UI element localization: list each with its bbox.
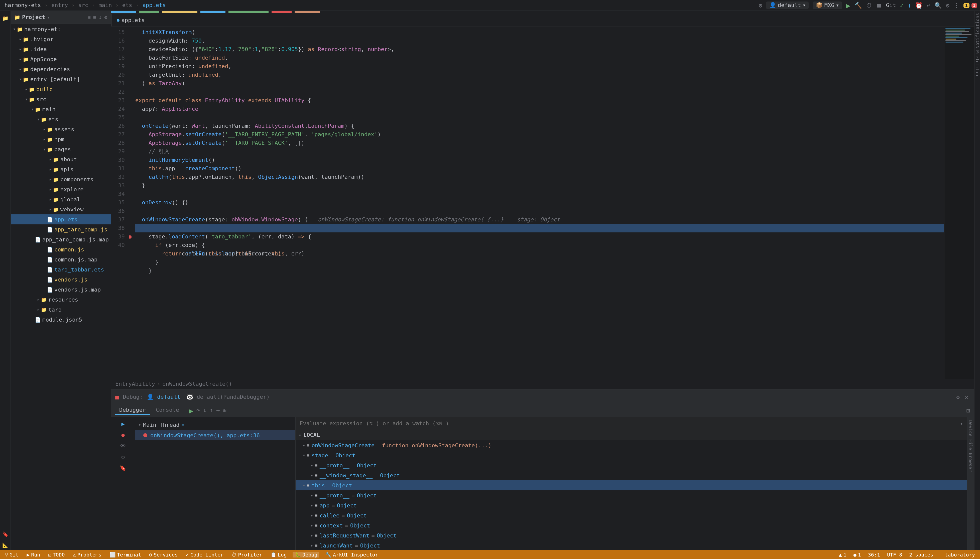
status-problems[interactable]: ⚠ Problems — [71, 552, 103, 557]
stop-icon[interactable]: ⏹ — [876, 2, 882, 9]
status-run[interactable]: ▶ Run — [25, 552, 42, 557]
tree-item-npm[interactable]: ▸ 📁 npm — [11, 134, 111, 144]
profile-icon[interactable]: ⏱ — [866, 2, 872, 9]
git-push-icon[interactable]: ↑ — [907, 2, 911, 9]
status-todo[interactable]: ☑ TODO — [46, 552, 67, 557]
tree-item-idea[interactable]: ▸ 📁 .idea — [11, 44, 111, 54]
tree-item-hvigor[interactable]: ▸ 📁 .hvigor — [11, 34, 111, 44]
tree-item-vendors-js[interactable]: ▸ 📄 vendors.js — [11, 275, 111, 284]
tree-item-assets[interactable]: ▸ 📁 assets — [11, 124, 111, 134]
run-config[interactable]: 👤 default ▾ — [766, 2, 809, 9]
debug-panda-profile[interactable]: 🐼 default(PandaDebugger) — [186, 394, 270, 400]
tree-item-apis[interactable]: ▸ 📁 apis — [11, 164, 111, 174]
topbar-file[interactable]: app.ets — [141, 2, 167, 8]
debug-left-settings2[interactable]: ⚙ — [119, 452, 127, 461]
build-icon[interactable]: 🔨 — [854, 2, 862, 9]
debug-evaluate-btn[interactable]: ⊞ — [223, 407, 226, 415]
status-indent[interactable]: 2 spaces — [907, 552, 935, 557]
var-this-proto[interactable]: ▸ ≡ __proto__ = Object — [296, 490, 967, 500]
status-errors[interactable]: ● 1 — [851, 552, 863, 557]
error-count[interactable]: 1 — [971, 3, 977, 8]
tree-item-global[interactable]: ▸ 📁 global — [11, 194, 111, 204]
debug-stepinto-btn[interactable]: ↓ — [203, 407, 207, 415]
status-git[interactable]: ⑂ Git — [3, 552, 20, 557]
status-position[interactable]: 36:1 — [866, 552, 882, 557]
debug-left-watch[interactable]: 👁 — [119, 441, 127, 450]
settings-icon[interactable]: ⚙ — [758, 2, 762, 9]
status-terminal[interactable]: ⬜ Terminal — [108, 552, 143, 557]
structure-icon[interactable]: 📐 — [0, 540, 10, 550]
tree-item-dependencies[interactable]: ▸ 📁 dependencies — [11, 64, 111, 74]
status-arkui[interactable]: 🔧 ArkUI Inspector — [323, 552, 380, 557]
panel-action-collapse[interactable]: ≡ — [93, 14, 97, 20]
status-debug[interactable]: 🐛 Debug — [293, 552, 319, 557]
var-onwindowstagecreate[interactable]: ▸ ≡ onWindowStageCreate = function onWin… — [296, 440, 967, 450]
console-tab[interactable]: Console — [152, 406, 183, 415]
status-services[interactable]: ⚙ Services — [147, 552, 180, 557]
var-this-app[interactable]: ▸ ≡ app = Object — [296, 500, 967, 510]
search-icon[interactable]: 🔍 — [934, 2, 942, 9]
var-this[interactable]: ▾ ≡ this = Object — [296, 480, 967, 490]
var-this-context[interactable]: ▸ ≡ context = Object — [296, 521, 967, 531]
tree-item-main[interactable]: ▾ 📁 main — [11, 104, 111, 114]
topbar-src[interactable]: src — [77, 2, 90, 8]
var-this-launchwant[interactable]: ▸ ≡ launchWant = Object — [296, 541, 967, 550]
panel-action-sort[interactable]: ↕ — [98, 14, 102, 20]
run-button[interactable]: ▶ — [846, 1, 851, 9]
debug-settings-btn[interactable]: ⚙ — [955, 393, 961, 401]
tree-item-webview[interactable]: ▸ 📁 webview — [11, 204, 111, 214]
warning-count[interactable]: 1 — [963, 3, 969, 8]
debug-stepover-btn[interactable]: ↷ — [196, 407, 200, 415]
git-label[interactable]: Git — [886, 2, 896, 8]
code-editor[interactable]: initXXTransform( designWidth: 750, devic… — [129, 27, 944, 379]
debug-expand-btn[interactable]: ⊡ — [967, 407, 970, 414]
breadcrumb-method[interactable]: onWindowStageCreate() — [162, 381, 232, 387]
module-selector[interactable]: 📦 MXG ▾ — [813, 2, 842, 9]
tree-item-taro-tabbar-ets[interactable]: ▸ 📄 taro_tabbar.ets — [11, 265, 111, 275]
history-icon[interactable]: ⏰ — [915, 2, 923, 9]
settings2-icon[interactable]: ⚙ — [946, 2, 949, 9]
debug-left-bookmark[interactable]: 🔖 — [119, 463, 127, 472]
local-section-header[interactable]: ▾ LOCAL — [296, 430, 967, 440]
debug-resume-btn[interactable]: ▶ — [189, 407, 194, 415]
status-branch[interactable]: ⑂ laboratory — [939, 552, 977, 557]
tree-item-common-js[interactable]: ▸ 📄 common.js — [11, 245, 111, 255]
status-log[interactable]: 📋 Log — [268, 552, 289, 557]
panel-action-settings[interactable]: ⚙ — [104, 14, 108, 20]
status-encoding[interactable]: UTF-8 — [885, 552, 904, 557]
tree-item-app-taro-comp-map[interactable]: ▸ 📄 app_taro_comp.js.map — [11, 235, 111, 245]
stack-item-0[interactable]: onWindowStageCreate(), app.ets:36 — [135, 430, 295, 440]
bookmarks-icon[interactable]: 🔖 — [0, 529, 10, 539]
tree-item-appscope[interactable]: ▸ 📁 AppScope — [11, 54, 111, 64]
more-icon[interactable]: ⋮ — [954, 2, 960, 9]
debug-profile[interactable]: 👤 default — [147, 394, 180, 400]
tree-item-build[interactable]: ▸ 📁 build — [11, 84, 111, 94]
topbar-harmony[interactable]: harmony-ets — [3, 2, 43, 8]
tree-item-common-map[interactable]: ▸ 📄 common.js.map — [11, 255, 111, 265]
status-profiler[interactable]: ⏱ Profiler — [230, 552, 264, 557]
tree-item-app-ets[interactable]: ▸ 📄 app.ets — [11, 214, 111, 224]
var-stage-proto[interactable]: ▸ ≡ __proto__ = Object — [296, 460, 967, 470]
git-check-icon[interactable]: ✓ — [900, 2, 903, 9]
tree-item-entry[interactable]: ▾ 📁 entry [default] — [11, 74, 111, 84]
var-this-lastrequestwant[interactable]: ▸ ≡ lastRequestWant = Object — [296, 531, 967, 541]
tree-item-components[interactable]: ▸ 📁 components — [11, 174, 111, 184]
topbar-ets[interactable]: ets — [121, 2, 134, 8]
topbar-entry[interactable]: entry — [50, 2, 70, 8]
tree-item-about[interactable]: ▸ 📁 about — [11, 154, 111, 164]
project-icon[interactable]: 📁 — [0, 13, 10, 23]
device-file-browser-tab[interactable]: Device File Browser — [967, 417, 974, 475]
debugger-tab[interactable]: Debugger — [115, 406, 150, 415]
topbar-main[interactable]: main — [97, 2, 113, 8]
revert-icon[interactable]: ↩ — [927, 2, 930, 9]
tree-item-pages[interactable]: ▾ 📁 pages — [11, 144, 111, 154]
tree-item-root[interactable]: ▾ 📁 harmony-et: — [11, 24, 111, 34]
thread-dropdown[interactable]: ▾ — [182, 422, 185, 428]
var-stage[interactable]: ▾ ≡ stage = Object — [296, 450, 967, 460]
debug-left-bp[interactable]: ● — [119, 430, 127, 439]
watch-input[interactable] — [300, 420, 960, 427]
tree-item-vendors-map[interactable]: ▸ 📄 vendors.js.map — [11, 284, 111, 294]
tree-item-explore[interactable]: ▸ 📁 explore — [11, 184, 111, 194]
tree-item-module-json5[interactable]: ▸ 📄 module.json5 — [11, 314, 111, 324]
status-warnings[interactable]: ▲ 1 — [837, 552, 849, 557]
